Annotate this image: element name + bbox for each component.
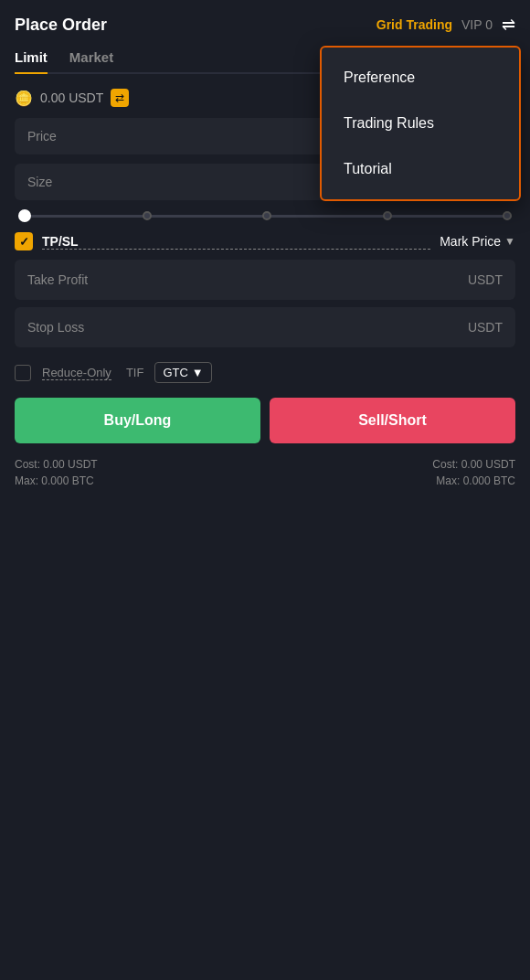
slider-dot-25[interactable]: [143, 211, 152, 220]
take-profit-label: Take Profit: [27, 272, 88, 287]
slider-dot-0[interactable]: [18, 209, 31, 222]
stop-loss-unit: USDT: [468, 320, 503, 335]
gtc-select[interactable]: GTC ▼: [154, 362, 211, 383]
cost-left-cost: Cost: 0.00 USDT: [15, 458, 98, 471]
slider-track: [18, 215, 512, 218]
grid-trading-label[interactable]: Grid Trading: [376, 17, 452, 32]
tpsl-label: TP/SL: [42, 234, 430, 250]
vip-label: VIP 0: [461, 17, 493, 32]
size-label: Size: [27, 175, 52, 189]
header: Place Order Grid Trading VIP 0 ⇌: [15, 15, 515, 35]
gtc-value: GTC: [163, 366, 187, 379]
sell-short-button[interactable]: Sell/Short: [270, 398, 515, 443]
tpsl-row: TP/SL Mark Price ▼: [15, 232, 515, 250]
price-label: Price: [27, 129, 57, 144]
tif-label: TIF: [126, 366, 144, 379]
tpsl-checkbox[interactable]: [15, 232, 33, 250]
dropdown-item-tutorial[interactable]: Tutorial: [322, 146, 519, 192]
tab-limit[interactable]: Limit: [15, 49, 48, 74]
take-profit-input[interactable]: Take Profit USDT: [15, 260, 515, 300]
gtc-arrow: ▼: [192, 366, 204, 379]
options-row: Reduce-Only TIF GTC ▼: [15, 362, 515, 383]
buy-long-button[interactable]: Buy/Long: [15, 398, 260, 443]
transfer-icon[interactable]: ⇄: [111, 89, 129, 107]
action-buttons: Buy/Long Sell/Short: [15, 398, 515, 443]
stop-loss-label: Stop Loss: [27, 320, 84, 335]
balance-amount: 0.00 USDT: [40, 91, 103, 105]
cost-left: Cost: 0.00 USDT Max: 0.000 BTC: [15, 458, 98, 487]
slider-dot-100[interactable]: [503, 211, 512, 220]
dropdown-item-preference[interactable]: Preference: [322, 55, 519, 101]
slider-container[interactable]: [15, 215, 515, 218]
cost-row: Cost: 0.00 USDT Max: 0.000 BTC Cost: 0.0…: [15, 458, 515, 487]
wallet-icon: 🪙: [15, 90, 33, 107]
mark-price-dropdown-arrow: ▼: [504, 235, 515, 248]
cost-left-max: Max: 0.000 BTC: [15, 474, 98, 487]
tab-market[interactable]: Market: [69, 49, 113, 74]
reduce-only-label[interactable]: Reduce-Only: [42, 366, 111, 380]
slider-dots: [18, 211, 512, 222]
cost-right-cost: Cost: 0.00 USDT: [432, 458, 515, 471]
reduce-only-checkbox[interactable]: [15, 365, 31, 381]
dropdown-menu: Preference Trading Rules Tutorial: [320, 46, 521, 201]
place-order-panel: Place Order Grid Trading VIP 0 ⇌ Prefere…: [0, 0, 530, 507]
stop-loss-input[interactable]: Stop Loss USDT: [15, 307, 515, 347]
page-title: Place Order: [15, 16, 107, 35]
take-profit-unit: USDT: [468, 272, 503, 287]
settings-icon[interactable]: ⇌: [502, 15, 515, 35]
mark-price-label: Mark Price: [440, 234, 501, 249]
slider-dot-75[interactable]: [383, 211, 392, 220]
cost-right: Cost: 0.00 USDT Max: 0.000 BTC: [432, 458, 515, 487]
cost-right-max: Max: 0.000 BTC: [432, 474, 515, 487]
dropdown-item-trading-rules[interactable]: Trading Rules: [322, 101, 519, 146]
slider-dot-50[interactable]: [262, 211, 271, 220]
mark-price-select[interactable]: Mark Price ▼: [440, 234, 515, 249]
header-right: Grid Trading VIP 0 ⇌: [376, 15, 515, 35]
